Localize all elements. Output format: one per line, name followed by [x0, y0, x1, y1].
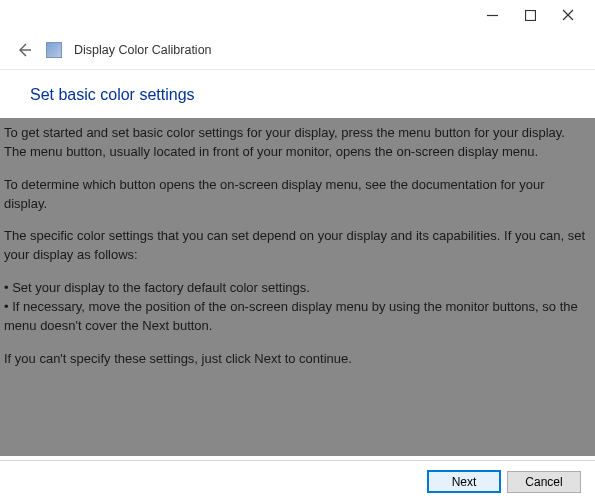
wizard-header: Display Color Calibration: [0, 30, 595, 70]
next-button[interactable]: Next: [427, 470, 501, 493]
paragraph: If you can't specify these settings, jus…: [4, 350, 589, 369]
close-button[interactable]: [549, 4, 587, 26]
back-button[interactable]: [14, 40, 34, 60]
bullet-item: • Set your display to the factory defaul…: [4, 279, 589, 298]
page-heading: Set basic color settings: [0, 70, 595, 118]
bullet-item: • If necessary, move the position of the…: [4, 298, 589, 336]
paragraph: To determine which button opens the on-s…: [4, 176, 589, 214]
app-icon: [46, 42, 62, 58]
paragraph: To get started and set basic color setti…: [4, 124, 589, 162]
app-title: Display Color Calibration: [74, 43, 212, 57]
svg-rect-1: [525, 10, 535, 20]
minimize-button[interactable]: [473, 4, 511, 26]
titlebar: [0, 0, 595, 30]
content-body: To get started and set basic color setti…: [0, 118, 595, 456]
wizard-footer: Next Cancel: [0, 460, 595, 502]
cancel-button[interactable]: Cancel: [507, 471, 581, 493]
maximize-button[interactable]: [511, 4, 549, 26]
paragraph: The specific color settings that you can…: [4, 227, 589, 265]
